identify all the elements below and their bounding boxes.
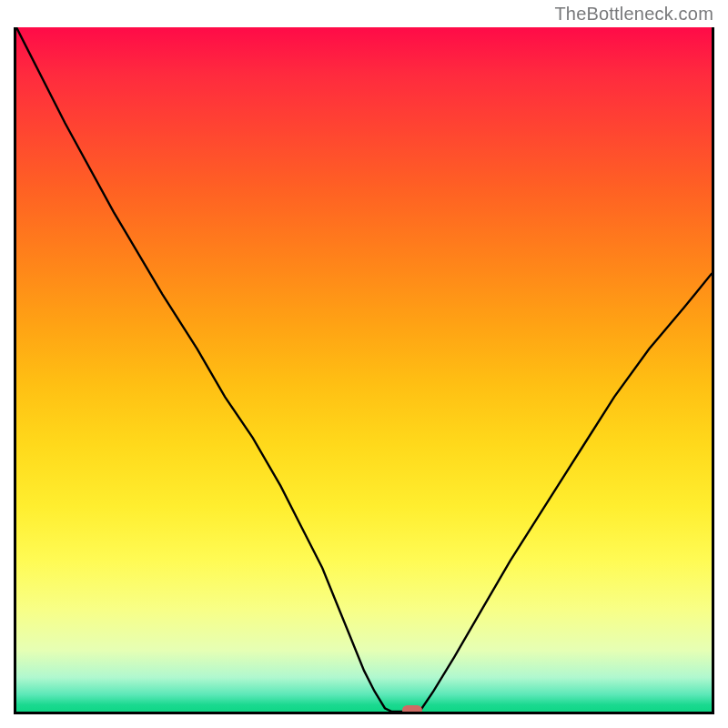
chart-container: TheBottleneck.com [0,0,728,728]
bottleneck-curve [16,27,712,712]
curve-path [16,27,712,712]
watermark-text: TheBottleneck.com [554,4,713,25]
plot-area [14,27,714,714]
optimum-marker [402,705,422,714]
